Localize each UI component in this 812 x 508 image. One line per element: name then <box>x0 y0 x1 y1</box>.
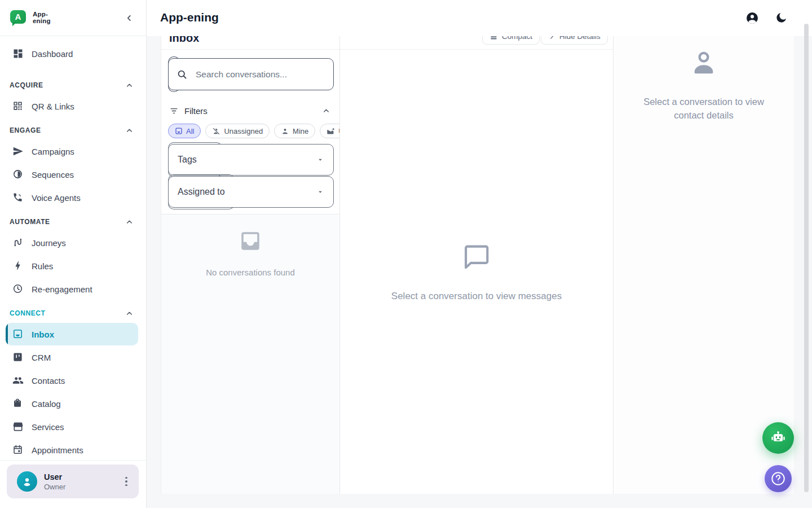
sidebar-item-rules[interactable]: Rules <box>6 255 138 277</box>
sidebar-nav: Dashboard ACQUIRE QR & Links ENGAGE Camp… <box>0 36 146 460</box>
search-input[interactable] <box>196 69 325 80</box>
section-connect[interactable]: CONNECT <box>0 309 146 318</box>
sidebar-item-journeys[interactable]: Journeys <box>6 231 138 254</box>
user-role: Owner <box>44 483 65 491</box>
sidebar-item-label: CRM <box>32 353 51 362</box>
sidebar-item-appointments[interactable]: Appointments <box>6 439 138 460</box>
page-title: App-ening <box>160 11 219 24</box>
chip-label: Mine <box>293 127 308 135</box>
sidebar-item-crm[interactable]: CRM <box>6 346 138 369</box>
clock-icon <box>12 283 24 295</box>
sidebar-item-services[interactable]: Services <box>6 415 138 438</box>
chip-mine[interactable]: Mine <box>274 124 315 138</box>
user-avatar <box>17 471 37 492</box>
section-automate[interactable]: AUTOMATE <box>0 217 146 226</box>
question-mark-icon <box>770 470 787 487</box>
sidebar-item-qr-links[interactable]: QR & Links <box>6 95 138 117</box>
sidebar-item-voice-agents[interactable]: Voice Agents <box>6 186 138 209</box>
lightning-bolt-icon <box>12 260 24 271</box>
assigned-to-select[interactable]: Assigned to <box>168 176 334 208</box>
calendar-icon <box>12 444 24 456</box>
sidebar-header: A App- ening <box>0 0 146 36</box>
sidebar-item-label: Sequences <box>32 170 74 179</box>
brand-name: App- ening <box>33 11 51 24</box>
search-icon <box>176 69 188 80</box>
sidebar-item-label: Contacts <box>32 376 65 386</box>
inbox-tray-icon <box>239 229 262 253</box>
inbox-panel: Inbox Filters All Unassigned <box>161 0 340 494</box>
sidebar-item-label: Voice Agents <box>32 193 81 203</box>
filters-collapse-chevron-up-icon[interactable] <box>322 107 330 115</box>
page-scrollbar[interactable] <box>804 24 809 492</box>
tags-select[interactable]: Tags <box>168 144 334 176</box>
sidebar-collapse-button[interactable] <box>121 10 137 26</box>
chat-icon <box>175 127 183 135</box>
tags-select-label: Tags <box>178 155 197 165</box>
dark-mode-moon-icon[interactable] <box>775 11 788 25</box>
app-logo-icon: A <box>10 10 26 24</box>
chevron-left-icon <box>124 13 134 23</box>
chip-label: Unassigned <box>224 127 263 135</box>
section-acquire[interactable]: ACQUIRE <box>0 81 146 90</box>
chevron-up-icon <box>125 126 134 135</box>
inbox-empty-text: No conversations found <box>161 268 339 277</box>
inbox-filter-card: Filters All Unassigned Mine U <box>161 50 339 214</box>
sidebar-item-inbox[interactable]: Inbox <box>6 323 138 345</box>
kanban-board-icon <box>12 352 24 363</box>
sidebar-item-label: Dashboard <box>32 49 73 59</box>
sidebar-item-catalog[interactable]: Catalog <box>6 392 138 415</box>
conversation-empty-text: Select a conversation to view messages <box>340 291 613 302</box>
chip-label: All <box>186 127 194 135</box>
shopping-bag-icon <box>12 398 24 409</box>
top-header: App-ening <box>147 0 812 36</box>
sidebar-item-label: QR & Links <box>32 102 74 111</box>
inbox-empty-state: No conversations found <box>161 229 339 277</box>
sidebar-item-contacts[interactable]: Contacts <box>6 369 138 392</box>
details-empty-state: Select a conversation to view contact de… <box>614 49 794 122</box>
sidebar-item-dashboard[interactable]: Dashboard <box>6 42 138 65</box>
ai-assistant-fab[interactable] <box>762 422 794 454</box>
sidebar-item-sequences[interactable]: Sequences <box>6 163 138 186</box>
filter-chips: All Unassigned Mine Unread <box>168 124 339 139</box>
caret-down-icon <box>316 156 324 164</box>
sidebar-item-re-engagement[interactable]: Re-engagement <box>6 278 138 300</box>
sidebar-item-label: Journeys <box>32 238 66 248</box>
sidebar-item-label: Campaigns <box>32 147 74 156</box>
sidebar-item-label: Rules <box>32 261 53 271</box>
filters-row: Filters <box>169 105 330 116</box>
search-conversations-box <box>168 58 334 90</box>
chip-all[interactable]: All <box>168 124 201 138</box>
mail-unread-icon <box>326 127 335 135</box>
user-card[interactable]: User Owner <box>7 465 139 498</box>
chat-bubble-icon <box>460 241 493 274</box>
chip-label: Unread <box>338 127 339 135</box>
robot-icon <box>770 430 786 446</box>
sidebar-item-label: Catalog <box>32 399 61 409</box>
section-engage[interactable]: ENGAGE <box>0 126 146 135</box>
send-icon <box>12 146 24 157</box>
sidebar-user-area: User Owner <box>0 460 146 508</box>
chevron-up-icon <box>125 81 134 90</box>
contact-details-panel: Select a conversation to view contact de… <box>614 0 794 494</box>
section-label: ENGAGE <box>10 126 41 134</box>
user-menu-kebab-icon[interactable] <box>120 475 133 488</box>
filter-icon <box>169 106 179 116</box>
sidebar-item-label: Appointments <box>32 445 83 455</box>
chip-unassigned[interactable]: Unassigned <box>205 124 270 138</box>
qr-code-icon <box>12 100 24 112</box>
account-circle-icon[interactable] <box>745 11 759 25</box>
chevron-up-icon <box>125 309 134 318</box>
caret-down-icon <box>316 188 324 196</box>
details-empty-text: Select a conversation to view contact de… <box>614 95 794 122</box>
progress-circle-icon <box>12 169 24 180</box>
person-icon <box>281 127 289 135</box>
sidebar-item-campaigns[interactable]: Campaigns <box>6 140 138 163</box>
sidebar-item-label: Re-engagement <box>32 284 92 294</box>
storefront-icon <box>12 421 24 432</box>
help-fab[interactable] <box>765 465 792 492</box>
conversation-empty-state: Select a conversation to view messages <box>340 241 613 302</box>
people-icon <box>12 375 24 386</box>
chevron-up-icon <box>125 218 134 226</box>
section-label: ACQUIRE <box>10 81 43 89</box>
chip-unread[interactable]: Unread <box>320 124 339 138</box>
